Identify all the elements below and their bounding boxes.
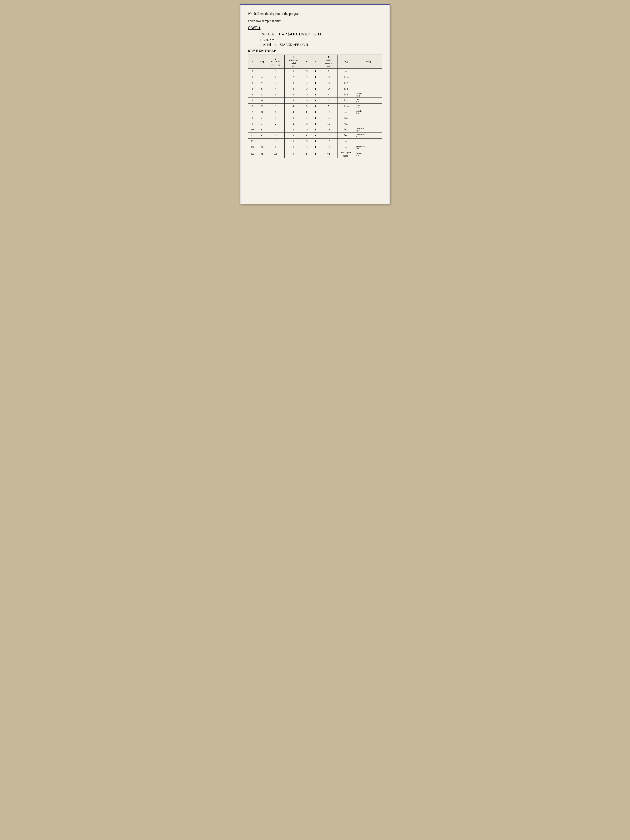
cell-k: 16	[320, 138, 338, 144]
cell-m: O	[302, 98, 311, 103]
cell-l: 4	[284, 109, 302, 115]
cell-j: 1	[267, 103, 284, 109]
cell-r: 1	[311, 68, 320, 74]
case-label-text: CASE 1	[248, 26, 261, 30]
cell-j: 1	[267, 127, 284, 133]
cell-l: 2	[284, 121, 302, 127]
cell-m: O	[302, 115, 311, 121]
table-row: 0+11O10b₀ +	[248, 68, 382, 74]
cell-r: 1	[311, 121, 320, 127]
cell-r: 1	[311, 144, 320, 150]
cell-m: O	[302, 92, 311, 98]
cell-dk	[355, 80, 382, 86]
cell-k: 21	[320, 150, 338, 158]
cell-i: 1	[248, 74, 257, 80]
cell-dk: d₀d₁d₂ ( A $	[355, 92, 382, 98]
cell-b: b₂ *	[338, 80, 355, 86]
therefore-text: ∴ A[14] = + – *$ABCD //EF + G H	[260, 43, 308, 46]
cell-m: O	[302, 144, 311, 150]
cell-m: O	[302, 74, 311, 80]
cell-l: 2	[284, 133, 302, 138]
cell-l: 3	[284, 80, 302, 86]
header-l: ℓ VALUE ATend ofloop	[284, 55, 302, 68]
cell-k: 3	[320, 92, 338, 98]
cell-i: 13	[248, 144, 257, 150]
cell-b: BED (not used)	[338, 150, 355, 158]
cell-i: 2	[248, 80, 257, 86]
cell-j: 3	[267, 92, 284, 98]
cell-k: 10	[320, 115, 338, 121]
cell-dk: d₁₃ d₁₄d₁₅ F ) /	[355, 133, 382, 138]
cell-m: O	[302, 80, 311, 86]
cell-a: /	[257, 115, 267, 121]
cell-a: +	[257, 68, 267, 74]
header-k: K VALUEat end ofloop	[320, 55, 338, 68]
therefore-line: ∴ A[14] = + – *$ABCD //EF + G H	[260, 43, 382, 47]
cell-m: O	[302, 86, 311, 92]
cell-i: 6	[248, 103, 257, 109]
cell-l: 2	[284, 74, 302, 80]
cell-j: 2	[267, 98, 284, 103]
cell-a: F	[257, 133, 267, 138]
cell-dk	[355, 86, 382, 92]
cell-l: 4	[284, 86, 302, 92]
intro-line1: We shall see the dry run of the program	[248, 11, 382, 16]
cell-m: 1	[302, 109, 311, 115]
cell-dk: d₁₆ d₁₇ d₁₈ ( G +	[355, 144, 382, 150]
cell-dk	[355, 138, 382, 144]
cell-b: b₀ +	[338, 109, 355, 115]
cell-i: 9	[248, 121, 257, 127]
cell-k: O	[320, 86, 338, 92]
cell-l: 4	[284, 92, 302, 98]
cell-m: O	[302, 127, 311, 133]
cell-a: B	[257, 98, 267, 103]
cell-dk	[355, 74, 382, 80]
intro-text-line1: We shall see the dry run of the program	[248, 12, 300, 16]
cell-r: 1	[311, 98, 320, 103]
cell-r: 1	[311, 115, 320, 121]
cell-i: 0	[248, 68, 257, 74]
cell-k: 19	[320, 144, 338, 150]
cell-r: 1	[311, 103, 320, 109]
cell-m: 1	[302, 133, 311, 138]
cell-r: 1	[311, 80, 320, 86]
cell-dk: d₅ d₆ C –	[355, 103, 382, 109]
cell-j: 2	[267, 121, 284, 127]
cell-dk: d₇d₈d₉ D ) +	[355, 109, 382, 115]
dry-run-table: î A[i] j VALUE ATend of loop ℓ VALUE ATe…	[248, 55, 382, 158]
input-label: INPUT is	[260, 32, 275, 36]
cell-i: 4	[248, 92, 257, 98]
cell-k: 7	[320, 103, 338, 109]
cell-m: O	[302, 68, 311, 74]
cell-b: b₃ $	[338, 92, 355, 98]
table-row: 13G01O119b₀ +d₁₆ d₁₇ d₁₈ ( G +	[248, 144, 382, 150]
intro-line2: given two sample inputs:	[248, 18, 382, 24]
cell-k: 10	[320, 121, 338, 127]
cell-b: b₂ *	[338, 98, 355, 103]
cell-j: 2	[267, 74, 284, 80]
table-row: 1–22O1Ob₁ –	[248, 74, 382, 80]
cell-i: 7	[248, 109, 257, 115]
here-text: HERE n = 15	[260, 38, 278, 42]
cell-r: 1	[311, 138, 320, 144]
dry-run-text: DRY RUN TABLE	[248, 49, 276, 53]
cell-r: 1	[311, 150, 320, 158]
header-dk: d[K]	[355, 55, 382, 68]
cell-i: 14	[248, 150, 257, 158]
table-row: 6C14O17b₁ –d₅ d₆ C –	[248, 103, 382, 109]
cell-dk: d₁₉ d₂₀ H )	[355, 150, 382, 158]
cell-j: 3	[267, 80, 284, 86]
cell-b: b₁ –	[338, 74, 355, 80]
cell-b: b₀ /	[338, 115, 355, 121]
cell-r: 1	[311, 86, 320, 92]
cell-a: H	[257, 150, 267, 158]
cell-l: 4	[284, 98, 302, 103]
cell-a: –	[257, 74, 267, 80]
here-line: HERE n = 15	[260, 38, 382, 42]
cell-a: G	[257, 144, 267, 150]
cell-m: O	[302, 121, 311, 127]
cell-m: 1	[302, 150, 311, 158]
input-line: INPUT is + – *$ABCD//EF +G H	[260, 32, 382, 36]
cell-j: 4	[267, 86, 284, 92]
intro-text-line2: given two sample inputs:	[248, 19, 281, 23]
